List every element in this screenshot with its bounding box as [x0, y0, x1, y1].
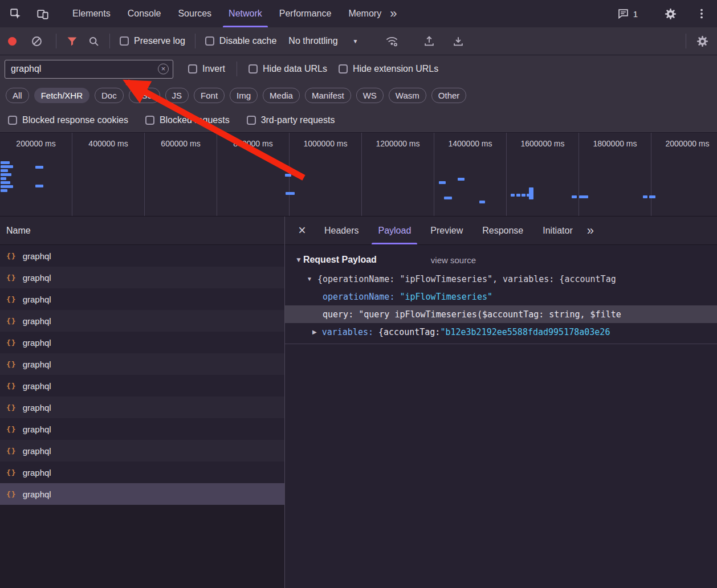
waterfall-bar	[649, 195, 655, 198]
invert-checkbox[interactable]: Invert	[188, 64, 225, 74]
type-filter-all[interactable]: All	[6, 88, 29, 103]
payload-property-query[interactable]: query: "query ipFlowTimeseries($accountT…	[285, 305, 717, 323]
payload-property-operationname[interactable]: operationName: "ipFlowTimeseries"	[285, 288, 717, 305]
toolbar-divider	[195, 34, 195, 48]
device-toolbar-icon[interactable]	[36, 7, 49, 20]
clear-filter-icon[interactable]: ×	[158, 64, 169, 75]
more-tabs-icon[interactable]: »	[390, 7, 397, 20]
collapse-section-icon[interactable]: ▼	[295, 256, 302, 264]
timeline-tick-label: 2000000 ms	[665, 139, 709, 216]
request-row[interactable]: {}graphql	[0, 483, 284, 505]
type-filter-other[interactable]: Other	[431, 88, 467, 103]
search-icon[interactable]	[88, 35, 100, 47]
payload-property-variables[interactable]: ▶ variables: {accountTag: "b12e3b2192ee5…	[285, 323, 717, 341]
waterfall-bar	[1, 161, 10, 164]
request-name: graphql	[23, 403, 51, 413]
type-filter-doc[interactable]: Doc	[95, 88, 124, 103]
type-filter-font[interactable]: Font	[194, 88, 225, 103]
advanced-filter-checkboxes: Blocked response cookies Blocked request…	[0, 108, 717, 132]
request-row[interactable]: {}graphql	[0, 462, 284, 483]
close-detail-icon[interactable]: ×	[290, 223, 315, 238]
network-conditions-icon[interactable]	[385, 35, 398, 48]
expand-variables-icon[interactable]: ▶	[312, 329, 317, 335]
request-name: graphql	[23, 446, 51, 456]
checkbox-label: Hide extension URLs	[353, 64, 438, 74]
type-filter-fetch-xhr[interactable]: Fetch/XHR	[34, 88, 89, 103]
filter-funnel-icon[interactable]	[66, 35, 78, 47]
type-filter-media[interactable]: Media	[263, 88, 300, 103]
type-filter-manifest[interactable]: Manifest	[305, 88, 351, 103]
waterfall-bar	[1, 189, 7, 192]
request-row[interactable]: {}graphql	[0, 332, 284, 353]
detail-tab-payload[interactable]: Payload	[368, 217, 421, 244]
tab-network[interactable]: Network	[220, 0, 271, 27]
waterfall-bar	[1, 177, 6, 180]
third-party-requests-checkbox[interactable]: 3rd-party requests	[247, 115, 335, 125]
messages-bubble-icon	[617, 8, 629, 20]
throttling-select[interactable]: No throttling ▼	[286, 36, 360, 46]
clear-network-log-icon[interactable]	[31, 35, 43, 47]
settings-gear-icon[interactable]	[664, 7, 677, 21]
request-row[interactable]: {}graphql	[0, 440, 284, 462]
type-filter-js[interactable]: JS	[165, 88, 189, 103]
tab-performance[interactable]: Performance	[271, 0, 340, 27]
timeline-column: 1400000 ms	[434, 133, 507, 216]
toolbar-divider	[56, 34, 56, 48]
request-name: graphql	[23, 316, 51, 326]
timeline-overview[interactable]: 200000 ms400000 ms600000 ms800000 ms1000…	[0, 132, 717, 217]
detail-tab-initiator[interactable]: Initiator	[533, 217, 582, 244]
disable-cache-checkbox[interactable]: Disable cache	[205, 36, 277, 46]
type-filter-ws[interactable]: WS	[356, 88, 384, 103]
network-settings-gear-icon[interactable]	[696, 35, 709, 48]
import-har-icon[interactable]	[423, 35, 435, 47]
checkbox-label: Blocked response cookies	[22, 115, 128, 125]
checkbox-label: Disable cache	[219, 36, 277, 46]
property-value-prefix: {accountTag:	[378, 327, 440, 337]
request-row[interactable]: {}graphql	[0, 375, 284, 397]
request-row[interactable]: {}graphql	[0, 245, 284, 267]
type-filter-wasm[interactable]: Wasm	[389, 88, 426, 103]
tab-console[interactable]: Console	[119, 0, 170, 27]
type-filter-img[interactable]: Img	[230, 88, 258, 103]
detail-tab-preview[interactable]: Preview	[421, 217, 472, 244]
more-detail-tabs-icon[interactable]: »	[587, 224, 594, 237]
request-row[interactable]: {}graphql	[0, 310, 284, 332]
type-filter-css[interactable]: CSS	[129, 88, 160, 103]
network-toolbar: Preserve log Disable cache No throttling…	[0, 27, 717, 55]
toolbar-divider	[686, 34, 686, 48]
tab-memory[interactable]: Memory	[340, 0, 390, 27]
hide-data-urls-checkbox[interactable]: Hide data URLs	[248, 64, 327, 74]
request-name: graphql	[23, 381, 51, 391]
console-messages-group[interactable]: 1	[617, 8, 638, 20]
hide-extension-urls-checkbox[interactable]: Hide extension URLs	[339, 64, 438, 74]
fetch-xhr-braces-icon: {}	[6, 490, 17, 499]
waterfall-bar	[35, 166, 43, 169]
export-har-icon[interactable]	[452, 35, 465, 47]
kebab-menu-icon[interactable]	[695, 7, 708, 20]
blocked-response-cookies-checkbox[interactable]: Blocked response cookies	[8, 115, 128, 125]
request-detail-panel: × Headers Payload Preview Response Initi…	[285, 217, 717, 588]
waterfall-bar	[1, 169, 8, 172]
fetch-xhr-braces-icon: {}	[6, 317, 17, 325]
collapse-object-icon[interactable]: ▼	[307, 276, 312, 282]
tab-elements[interactable]: Elements	[64, 0, 119, 27]
blocked-requests-checkbox[interactable]: Blocked requests	[145, 115, 230, 125]
request-row[interactable]: {}graphql	[0, 267, 284, 288]
request-row[interactable]: {}graphql	[0, 397, 284, 418]
view-source-link[interactable]: view source	[431, 255, 476, 265]
preserve-log-checkbox[interactable]: Preserve log	[120, 36, 185, 46]
inspect-element-icon[interactable]	[9, 7, 22, 20]
checkbox-box	[145, 116, 154, 125]
request-row[interactable]: {}graphql	[0, 288, 284, 310]
request-row[interactable]: {}graphql	[0, 353, 284, 375]
object-preview-text: {operationName: "ipFlowTimeseries", vari…	[317, 274, 616, 284]
detail-tab-response[interactable]: Response	[472, 217, 533, 244]
chevron-down-icon: ▼	[353, 38, 358, 44]
tab-sources[interactable]: Sources	[169, 0, 220, 27]
payload-object-preview[interactable]: ▼ {operationName: "ipFlowTimeseries", va…	[285, 270, 717, 288]
request-row[interactable]: {}graphql	[0, 418, 284, 440]
filter-input[interactable]	[5, 60, 173, 79]
detail-tab-headers[interactable]: Headers	[315, 217, 368, 244]
record-network-log-button[interactable]	[8, 37, 17, 46]
name-column-header[interactable]: Name	[0, 217, 284, 245]
